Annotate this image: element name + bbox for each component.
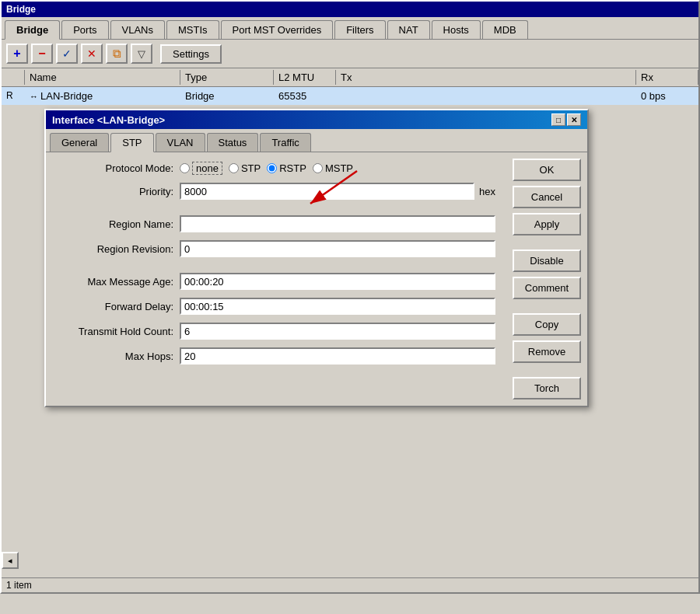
tab-mstis[interactable]: MSTIs [166, 20, 219, 39]
col-header-rx: Rx [636, 70, 698, 85]
dialog-tab-stp[interactable]: STP [110, 133, 153, 152]
max-hops-row: Max Hops: [57, 347, 495, 365]
add-button[interactable]: + [6, 44, 28, 64]
close-icon: ✕ [571, 116, 577, 124]
region-name-label: Region Name: [57, 218, 173, 230]
region-name-row: Region Name: [57, 215, 495, 232]
tab-ports[interactable]: Ports [61, 20, 108, 39]
tab-filters[interactable]: Filters [334, 20, 385, 39]
left-arrow-icon: ◂ [8, 556, 12, 566]
title-bar: Bridge [2, 2, 698, 17]
region-name-input[interactable] [180, 215, 495, 232]
col-header-type: Type [180, 70, 274, 85]
scroll-left-button[interactable]: ◂ [2, 552, 19, 569]
scroll-left-area: ◂ [2, 552, 19, 569]
row-marker: R [2, 89, 25, 103]
copy-icon: ⧉ [113, 47, 121, 61]
dialog-tab-bar: General STP VLAN Status Traffic [46, 129, 587, 152]
apply-toolbar-button[interactable]: ✓ [56, 44, 78, 64]
check-icon: ✓ [62, 47, 72, 60]
radio-none[interactable] [180, 163, 190, 173]
radio-mstp-label: MSTP [325, 162, 353, 174]
priority-unit: hex [479, 186, 495, 197]
tab-vlans[interactable]: VLANs [110, 20, 165, 39]
col-header-name: Name [25, 70, 180, 85]
copy-button[interactable]: Copy [513, 313, 581, 336]
status-bar: 1 item [2, 577, 698, 592]
comment-button[interactable]: Comment [513, 277, 581, 299]
cancel-toolbar-button[interactable]: ✕ [81, 44, 103, 64]
filter-icon: ▽ [138, 48, 145, 60]
radio-stp[interactable] [229, 163, 239, 173]
max-message-age-label: Max Message Age: [57, 276, 173, 288]
radio-rstp-option[interactable]: RSTP [267, 162, 306, 174]
filter-button[interactable]: ▽ [131, 44, 152, 64]
region-revision-label: Region Revision: [57, 243, 173, 255]
max-message-age-row: Max Message Age: [57, 273, 495, 290]
copy-toolbar-button[interactable]: ⧉ [106, 44, 128, 64]
settings-button[interactable]: Settings [160, 44, 222, 64]
priority-input[interactable] [180, 183, 474, 200]
transmit-hold-count-label: Transmit Hold Count: [57, 326, 173, 337]
dialog-title-text: Interface <LAN-Bridge> [52, 114, 165, 126]
row-tx [336, 89, 636, 103]
priority-label: Priority: [57, 186, 173, 197]
cancel-button[interactable]: Cancel [513, 186, 581, 208]
transmit-hold-count-input[interactable] [180, 323, 495, 340]
row-name: ↔ LAN-Bridge [25, 89, 180, 103]
remove-button[interactable]: Remove [513, 340, 581, 363]
radio-none-option[interactable]: none [180, 162, 222, 175]
apply-button[interactable]: Apply [513, 213, 581, 235]
forward-delay-label: Forward Delay: [57, 301, 173, 312]
main-window: Bridge Bridge Ports VLANs MSTIs Port MST… [0, 0, 700, 594]
dialog-title-buttons: □ ✕ [551, 113, 581, 126]
row-l2mtu: 65535 [274, 89, 336, 103]
remove-button[interactable]: − [31, 44, 53, 64]
dialog-title-bar: Interface <LAN-Bridge> □ ✕ [46, 110, 587, 129]
right-button-panel: OK Cancel Apply Disable Comment Copy Rem… [506, 152, 587, 406]
max-hops-input[interactable] [180, 347, 495, 365]
dialog-close-button[interactable]: ✕ [567, 113, 581, 126]
item-count: 1 item [6, 580, 32, 591]
row-name-text: LAN-Bridge [40, 90, 93, 102]
dialog-tab-traffic[interactable]: Traffic [260, 133, 310, 152]
window-title: Bridge [6, 4, 36, 15]
ok-button[interactable]: OK [513, 159, 581, 181]
protocol-mode-radio-group: none STP RSTP [180, 162, 353, 175]
radio-none-label: none [192, 162, 222, 175]
tab-port-mst-overrides[interactable]: Port MST Overrides [221, 20, 334, 39]
tab-hosts[interactable]: Hosts [432, 20, 481, 39]
forward-delay-row: Forward Delay: [57, 298, 495, 315]
dialog-maximize-button[interactable]: □ [551, 113, 565, 126]
dialog-tab-general[interactable]: General [50, 133, 109, 152]
maximize-icon: □ [556, 116, 561, 124]
row-type: Bridge [180, 89, 274, 103]
dialog-form: Protocol Mode: none STP [46, 152, 506, 406]
dialog-tab-vlan[interactable]: VLAN [156, 133, 205, 152]
forward-delay-input[interactable] [180, 298, 495, 315]
tab-nat[interactable]: NAT [387, 20, 430, 39]
disable-button[interactable]: Disable [513, 249, 581, 272]
region-revision-input[interactable] [180, 240, 495, 257]
priority-row: Priority: hex [57, 183, 495, 200]
radio-rstp[interactable] [267, 163, 277, 173]
max-hops-label: Max Hops: [57, 351, 173, 362]
col-header-marker [2, 70, 25, 85]
torch-button[interactable]: Torch [513, 377, 581, 399]
table-header: Name Type L2 MTU Tx Rx [2, 68, 698, 87]
radio-mstp-option[interactable]: MSTP [313, 162, 353, 174]
dialog-tab-status[interactable]: Status [207, 133, 259, 152]
protocol-mode-label: Protocol Mode: [57, 162, 173, 174]
tab-bridge[interactable]: Bridge [5, 20, 60, 40]
plus-icon: + [13, 47, 20, 61]
main-tab-bar: Bridge Ports VLANs MSTIs Port MST Overri… [2, 17, 698, 40]
bridge-icon: ↔ [30, 92, 38, 101]
table-row[interactable]: R ↔ LAN-Bridge Bridge 65535 0 bps [2, 87, 698, 105]
radio-stp-option[interactable]: STP [229, 162, 261, 174]
col-header-tx: Tx [336, 70, 636, 85]
transmit-hold-count-row: Transmit Hold Count: [57, 323, 495, 340]
max-message-age-input[interactable] [180, 273, 495, 290]
radio-stp-label: STP [241, 162, 261, 174]
tab-mdb[interactable]: MDB [482, 20, 528, 39]
radio-mstp[interactable] [313, 163, 323, 173]
